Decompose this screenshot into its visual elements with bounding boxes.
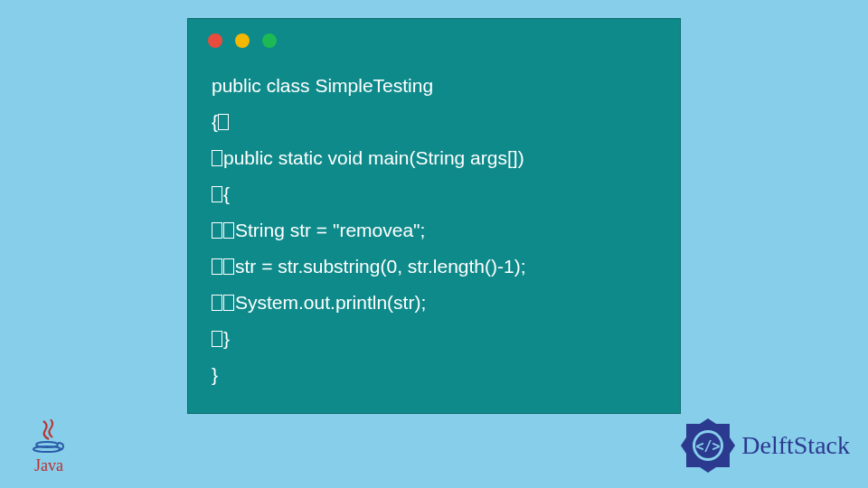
maximize-dot-icon <box>262 33 277 48</box>
code-text: public static void main(String args[]) <box>223 147 524 168</box>
code-line: str = str.substring(0, str.length()-1); <box>212 249 656 285</box>
code-text: str = str.substring(0, str.length()-1); <box>235 256 526 277</box>
code-line: public class SimpleTesting <box>212 68 656 104</box>
code-line: System.out.println(str); <box>212 285 656 321</box>
window-controls <box>188 19 680 48</box>
minimize-dot-icon <box>235 33 250 48</box>
indent-box-icon <box>212 150 222 166</box>
code-text: { <box>212 111 218 132</box>
indent-box-icon <box>212 331 222 347</box>
code-text: System.out.println(str); <box>235 292 426 313</box>
indent-box-icon <box>223 222 234 239</box>
delftstack-label: DelftStack <box>741 431 850 460</box>
java-cup-icon <box>25 419 72 458</box>
code-line: { <box>212 104 656 140</box>
code-text: } <box>223 328 230 349</box>
code-line: public static void main(String args[]) <box>212 140 656 176</box>
code-line: } <box>212 357 656 393</box>
java-logo: Java <box>25 419 72 475</box>
code-line: { <box>212 176 656 212</box>
java-label: Java <box>25 456 72 475</box>
code-text: String str = "removea"; <box>235 220 425 240</box>
indent-box-icon <box>212 222 222 239</box>
close-dot-icon <box>208 33 222 48</box>
svg-text:</>: </> <box>696 438 721 455</box>
code-window: public class SimpleTesting{public static… <box>187 18 681 414</box>
code-text: } <box>212 364 218 385</box>
code-line: String str = "removea"; <box>212 212 656 249</box>
code-line: } <box>212 321 656 357</box>
code-block: public class SimpleTesting{public static… <box>188 48 680 393</box>
code-text: public class SimpleTesting <box>212 75 433 96</box>
delftstack-logo: </> DelftStack <box>678 416 850 475</box>
indent-box-icon <box>212 186 222 202</box>
indent-box-icon <box>212 295 222 311</box>
indent-box-icon <box>218 114 229 130</box>
indent-box-icon <box>212 258 222 275</box>
indent-box-icon <box>223 258 234 275</box>
delftstack-badge-icon: </> <box>678 416 738 475</box>
code-text: { <box>223 183 230 204</box>
indent-box-icon <box>223 295 234 311</box>
svg-point-1 <box>33 446 61 452</box>
